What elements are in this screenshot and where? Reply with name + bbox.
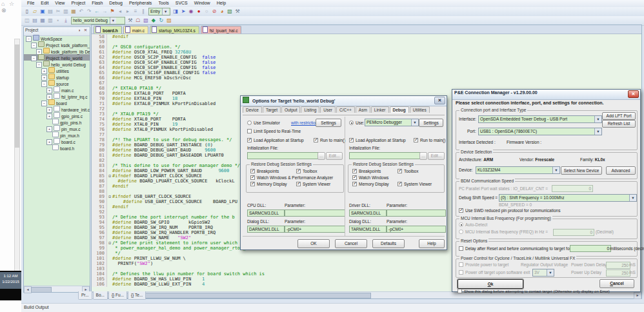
- edit-button-right[interactable]: Edit...: [428, 152, 445, 160]
- tree-item-ksdk-platform-lib-de[interactable]: +ksdk_platform_lib De: [24, 48, 90, 54]
- checkbox-toolbox[interactable]: Toolbox: [296, 169, 342, 173]
- reset-delay-checkbox[interactable]: Delay after Reset and before communicati…: [459, 246, 571, 251]
- indent-icon[interactable]: ≡: [132, 8, 139, 15]
- checkbox-breakpoints[interactable]: Breakpoints: [352, 169, 397, 173]
- swd-checkbox[interactable]: Use SWD reduced pin protocol for communi…: [459, 208, 560, 213]
- ok-button[interactable]: OK: [297, 239, 330, 248]
- editor-tab-main-c[interactable]: main.c: [123, 26, 148, 34]
- dock-tab--fu-[interactable]: {} Fu...: [108, 291, 127, 300]
- pe-dialog-titlebar[interactable]: P&E Connection Manager - v1.29.00.00 ✕: [452, 90, 640, 100]
- menu-item-svcs[interactable]: SVCS: [172, 0, 191, 6]
- driver-param-input[interactable]: [387, 210, 446, 217]
- tree-item-board-h[interactable]: board.h: [24, 144, 90, 151]
- code-line[interactable]: 64#define OSC0_SC8P_ENABLE_CONFIG false: [92, 65, 641, 70]
- new-file-icon[interactable]: ▯: [23, 8, 31, 15]
- checkbox-memory-display[interactable]: Memory Display: [250, 182, 296, 186]
- select-new-device-button[interactable]: Select New Device: [561, 166, 602, 175]
- code-line[interactable]: 62#define OSC0_SC2P_ENABLE_CONFIG false: [92, 55, 641, 60]
- editor-tab-board-h[interactable]: board.h: [94, 26, 122, 34]
- checkbox-system-viewer[interactable]: System Viewer: [397, 182, 443, 186]
- home-icon[interactable]: ⌂: [1, 1, 9, 7]
- checkbox-system-viewer[interactable]: System Viewer: [296, 182, 342, 186]
- breakpoint-kill-icon[interactable]: ⊘: [210, 8, 218, 15]
- run-to-main-checkbox-left[interactable]: Run to main(): [314, 138, 345, 142]
- menu-item-peripherals[interactable]: Peripherals: [126, 0, 155, 6]
- menu-item-edit[interactable]: Edit: [37, 0, 52, 6]
- checkbox-watch-windows[interactable]: Watch Windows: [352, 175, 443, 180]
- rebuild-icon[interactable]: ▦: [39, 17, 46, 24]
- window-layout-icon[interactable]: ▧: [226, 8, 234, 15]
- refresh-list-button[interactable]: Refresh List: [602, 120, 636, 128]
- dialog-param-input-right[interactable]: -pCM0+: [387, 226, 446, 233]
- load-app-checkbox-left[interactable]: Load Application at Startup: [247, 138, 304, 142]
- debug-session-icon[interactable]: ◆: [150, 17, 157, 24]
- breakpoint-icon[interactable]: ●: [195, 8, 203, 15]
- bookmark-next-icon[interactable]: ▸: [124, 8, 132, 15]
- paste-icon[interactable]: ▦: [70, 8, 77, 15]
- interface-select[interactable]: OpenSDA Embedded Tower Debug - USB Port: [478, 115, 602, 123]
- close-icon[interactable]: ⊗: [1, 7, 8, 14]
- port-select[interactable]: USB1 : OpenSDA (78600E7C): [478, 128, 602, 135]
- checkbox-toolbox[interactable]: Toolbox: [397, 169, 443, 173]
- tree-item-main-c[interactable]: +main.c: [24, 86, 90, 93]
- settings-button-left[interactable]: Settings: [316, 119, 341, 127]
- advanced-button[interactable]: Advanced: [606, 166, 636, 175]
- settings-button-right[interactable]: Settings: [419, 119, 443, 127]
- manage-books-icon[interactable]: ▧: [142, 17, 150, 24]
- menu-item-project[interactable]: Project: [68, 0, 88, 6]
- breakpoint-enable-icon[interactable]: ◕: [218, 8, 226, 15]
- auto-detect-radio[interactable]: Auto-Detect: [459, 222, 487, 227]
- menu-item-debug[interactable]: Debug: [106, 0, 126, 6]
- code-line[interactable]: 67: [92, 81, 641, 86]
- code-line[interactable]: 59: [92, 39, 641, 44]
- scrollbar-thumb[interactable]: [31, 287, 52, 293]
- use-debugger-radio[interactable]: Use:: [349, 121, 364, 125]
- options-tab-linker[interactable]: Linker: [371, 106, 389, 113]
- open-folder-icon[interactable]: ▱: [31, 8, 39, 15]
- tree-item-utilities[interactable]: +utilities: [24, 67, 90, 73]
- run-to-main-checkbox-right[interactable]: Run to main(): [414, 138, 445, 142]
- target-options-icon[interactable]: ⚒: [126, 17, 134, 24]
- power-off-checkbox[interactable]: Power off target upon software exit: [459, 270, 530, 275]
- bookmark-prev-icon[interactable]: ◂: [116, 8, 124, 15]
- menu-item-file[interactable]: File: [24, 0, 37, 6]
- options-tab-user[interactable]: User: [320, 106, 336, 113]
- tree-item-startup[interactable]: +startup: [24, 73, 90, 80]
- checkbox-watch-windows-performance-analyzer[interactable]: Watch Windows & Performance Analyzer: [250, 175, 342, 180]
- tree-item-gpio-pins-c[interactable]: +gpio_pins.c: [24, 112, 90, 119]
- pe-ok-button[interactable]: Ok: [458, 279, 523, 289]
- use-simulator-radio[interactable]: Use Simulator: [247, 121, 280, 125]
- tree-item-hardware-init-c[interactable]: +hardware_init.c: [24, 106, 90, 112]
- background-scrollbar[interactable]: [14, 39, 20, 278]
- tree-item-pin-mux-h[interactable]: pin_mux.h: [24, 132, 90, 138]
- goto-definition-icon[interactable]: ◨: [172, 8, 179, 15]
- options-tab-utilities[interactable]: Utilities: [410, 106, 430, 113]
- last-change-icon[interactable]: ➤: [179, 8, 187, 15]
- save-icon[interactable]: ▣: [39, 8, 46, 15]
- dock-tab-bo-[interactable]: Bo...: [93, 291, 108, 300]
- fold-icon[interactable]: ⊟: [107, 240, 112, 246]
- chevron-down-icon[interactable]: ▾: [110, 17, 116, 24]
- manage-items-icon[interactable]: ☖: [134, 17, 142, 24]
- build-icon[interactable]: ▤: [31, 17, 39, 24]
- options-tab-asm[interactable]: Asm: [356, 106, 370, 113]
- code-line[interactable]: 58#endif: [92, 34, 641, 39]
- tree-item-board-c[interactable]: +board.c: [24, 138, 90, 144]
- limit-speed-checkbox[interactable]: Limit Speed to Real-Time: [247, 129, 301, 133]
- comment-icon[interactable]: ∥: [139, 8, 147, 15]
- dock-tab-pr-[interactable]: Pr...: [78, 291, 92, 300]
- init-file-input-left[interactable]: [247, 152, 319, 159]
- checkbox-breakpoints[interactable]: Breakpoints: [250, 169, 296, 173]
- edit-button-left[interactable]: Edit...: [326, 152, 343, 160]
- show-dialog-checkbox[interactable]: Show this dialog before attempting to co…: [458, 289, 610, 293]
- menu-item-window[interactable]: Window: [191, 0, 214, 6]
- panel-pin-icon[interactable]: ◗: [77, 28, 83, 32]
- menu-item-flash[interactable]: Flash: [88, 0, 106, 6]
- options-tab-device[interactable]: Device: [243, 106, 262, 113]
- close-icon[interactable]: ✕: [434, 97, 445, 104]
- options-tab-listing[interactable]: Listing: [301, 106, 319, 113]
- print-icon[interactable]: ▤: [46, 8, 54, 15]
- fold-icon[interactable]: ⊟: [107, 173, 112, 179]
- menu-item-tools[interactable]: Tools: [155, 0, 172, 6]
- help-button[interactable]: Help: [419, 239, 445, 248]
